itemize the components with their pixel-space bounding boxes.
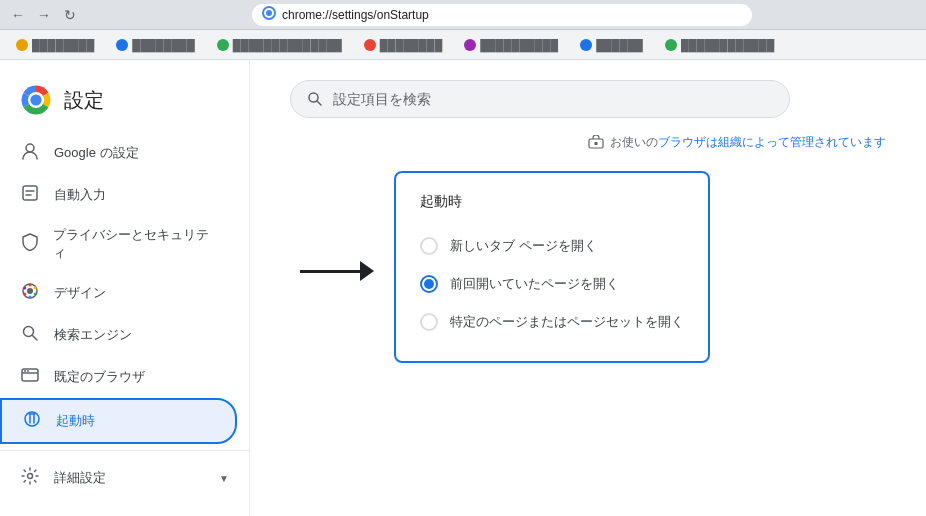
google-icon: [20, 142, 40, 164]
arrow-indicator: [300, 261, 374, 281]
sidebar-item-advanced[interactable]: 詳細設定 ▼: [0, 457, 249, 499]
sidebar-label-startup: 起動時: [56, 412, 95, 430]
bookmark-label-6: ██████: [596, 39, 643, 51]
sidebar-label-google: Google の設定: [54, 144, 139, 162]
chrome-logo: [20, 84, 52, 116]
bookmark-2[interactable]: ████████: [110, 37, 200, 53]
svg-rect-29: [595, 142, 598, 145]
main-content: お使いのブラウザは組織によって管理されています 起動時 新しいタブ ページを開く: [250, 60, 926, 516]
svg-line-19: [33, 336, 38, 341]
managed-text: お使いのブラウザは組織によって管理されています: [610, 134, 886, 151]
bookmark-icon-2: [116, 39, 128, 51]
address-bar[interactable]: chrome://settings/onStartup: [252, 4, 752, 26]
search-bar-container[interactable]: [290, 80, 790, 118]
svg-rect-7: [23, 186, 37, 200]
radio-option-specific[interactable]: 特定のページまたはページセットを開く: [420, 303, 684, 341]
bookmark-icon-3: [217, 39, 229, 51]
sidebar-label-default-browser: 既定のブラウザ: [54, 368, 145, 386]
sidebar-divider: [0, 450, 249, 451]
bookmark-6[interactable]: ██████: [574, 37, 649, 53]
settings-title: 設定: [64, 87, 104, 114]
advanced-icon: [20, 467, 40, 489]
sidebar-item-design[interactable]: デザイン: [0, 272, 237, 314]
bookmark-label-5: ██████████: [480, 39, 558, 51]
sidebar-item-google[interactable]: Google の設定: [0, 132, 237, 174]
svg-point-15: [29, 296, 32, 299]
radio-new-tab-indicator: [420, 237, 438, 255]
svg-point-25: [28, 474, 33, 479]
bookmark-label-1: ████████: [32, 39, 94, 51]
bookmark-label-3: ██████████████: [233, 39, 342, 51]
bookmark-icon-1: [16, 39, 28, 51]
sidebar-item-startup[interactable]: 起動時: [0, 398, 237, 444]
sidebar-label-search: 検索エンジン: [54, 326, 132, 344]
sidebar-item-default-browser[interactable]: 既定のブラウザ: [0, 356, 237, 398]
settings-page: 設定 Google の設定 自動入力: [0, 60, 926, 516]
back-button[interactable]: ←: [8, 5, 28, 25]
forward-button[interactable]: →: [34, 5, 54, 25]
autofill-icon: [20, 184, 40, 206]
bookmark-3[interactable]: ██████████████: [211, 37, 348, 53]
svg-point-11: [27, 288, 33, 294]
svg-point-6: [26, 144, 34, 152]
bookmark-icon-4: [364, 39, 376, 51]
sidebar-label-privacy: プライバシーとセキュリティ: [53, 226, 217, 262]
svg-point-14: [34, 293, 37, 296]
radio-specific-label: 特定のページまたはページセットを開く: [450, 313, 684, 331]
bookmark-icon-7: [665, 39, 677, 51]
radio-option-continue[interactable]: 前回開いていたページを開く: [420, 265, 684, 303]
svg-point-5: [30, 94, 41, 105]
sidebar-label-design: デザイン: [54, 284, 106, 302]
sidebar-label-autofill: 自動入力: [54, 186, 106, 204]
svg-point-13: [34, 287, 37, 290]
sidebar-item-autofill[interactable]: 自動入力: [0, 174, 237, 216]
radio-continue-indicator: [420, 275, 438, 293]
svg-point-16: [23, 293, 26, 296]
browser-chrome: ← → ↻ chrome://settings/onStartup: [0, 0, 926, 30]
sidebar-label-advanced: 詳細設定: [54, 469, 106, 487]
startup-section: 起動時 新しいタブ ページを開く 前回開いていたページを開く 特定のページまたは…: [394, 171, 710, 363]
bookmark-1[interactable]: ████████: [10, 37, 100, 53]
search-input[interactable]: [333, 91, 773, 107]
svg-point-23: [27, 370, 29, 372]
chevron-down-icon: ▼: [219, 473, 229, 484]
managed-link[interactable]: ブラウザは組織によって管理されています: [658, 135, 886, 149]
radio-new-tab-label: 新しいタブ ページを開く: [450, 237, 597, 255]
reload-button[interactable]: ↻: [60, 5, 80, 25]
svg-line-27: [317, 101, 321, 105]
bookmark-label-7: ████████████: [681, 39, 775, 51]
sidebar: 設定 Google の設定 自動入力: [0, 60, 250, 516]
bookmark-icon-6: [580, 39, 592, 51]
svg-point-12: [29, 284, 32, 287]
privacy-icon: [20, 233, 39, 255]
bookmark-5[interactable]: ██████████: [458, 37, 564, 53]
radio-continue-label: 前回開いていたページを開く: [450, 275, 619, 293]
bookmark-label-4: ████████: [380, 39, 442, 51]
url-text: chrome://settings/onStartup: [282, 8, 429, 22]
settings-header: 設定: [0, 76, 249, 132]
default-browser-icon: [20, 366, 40, 388]
startup-icon: [22, 410, 42, 432]
managed-icon: [588, 135, 604, 151]
startup-box-title: 起動時: [420, 193, 684, 211]
svg-point-17: [23, 287, 26, 290]
bookmark-7[interactable]: ████████████: [659, 37, 781, 53]
bookmark-icon-5: [464, 39, 476, 51]
search-icon: [20, 324, 40, 346]
site-icon: [262, 6, 276, 23]
svg-point-2: [266, 10, 272, 16]
sidebar-item-search[interactable]: 検索エンジン: [0, 314, 237, 356]
radio-specific-indicator: [420, 313, 438, 331]
radio-option-new-tab[interactable]: 新しいタブ ページを開く: [420, 227, 684, 265]
svg-point-22: [24, 370, 26, 372]
design-icon: [20, 282, 40, 304]
sidebar-item-privacy[interactable]: プライバシーとセキュリティ: [0, 216, 237, 272]
search-bar-icon: [307, 91, 323, 107]
bookmark-label-2: ████████: [132, 39, 194, 51]
bookmarks-bar: ████████ ████████ ██████████████ ███████…: [0, 30, 926, 60]
bookmark-4[interactable]: ████████: [358, 37, 448, 53]
managed-notice: お使いのブラウザは組織によって管理されています: [290, 134, 886, 151]
